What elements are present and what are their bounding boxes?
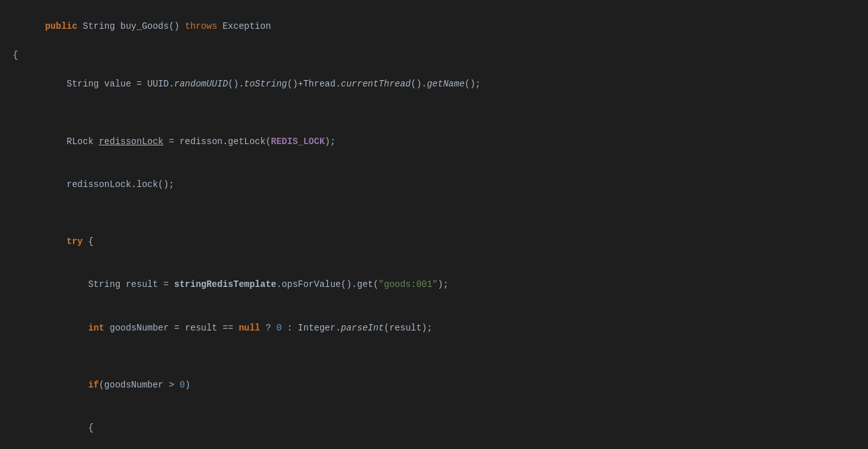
code-line-7 bbox=[0, 206, 868, 220]
code-line-2: { bbox=[0, 48, 868, 62]
code-line-9: String result = stringRedisTemplate.opsF… bbox=[0, 263, 868, 306]
code-line-11 bbox=[0, 349, 868, 363]
code-container: public String buy_Goods() throws Excepti… bbox=[0, 0, 868, 449]
code-line-12: if(goodsNumber > 0) bbox=[0, 364, 868, 407]
code-line-6: redissonLock.lock(); bbox=[0, 163, 868, 206]
code-line-8: try { bbox=[0, 220, 868, 263]
code-line-3: String value = UUID.randomUUID().toStrin… bbox=[0, 63, 868, 106]
code-line-13: { bbox=[0, 407, 868, 449]
code-line-5: RLock redissonLock = redisson.getLock(RE… bbox=[0, 120, 868, 163]
code-line-1: public String buy_Goods() throws Excepti… bbox=[0, 5, 868, 48]
code-line-10: int goodsNumber = result == null ? 0 : I… bbox=[0, 306, 868, 349]
code-line-4 bbox=[0, 106, 868, 120]
